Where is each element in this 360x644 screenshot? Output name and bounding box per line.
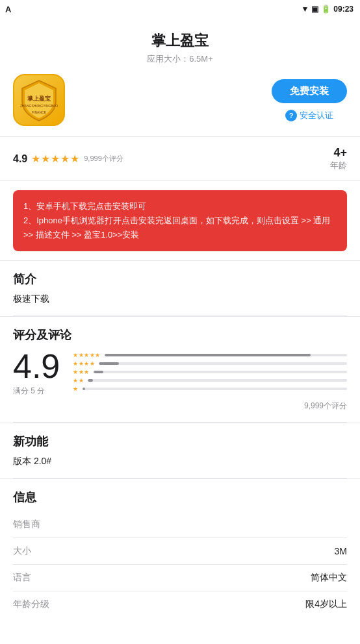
rating-row: 4.9 ★★★★★ 9,999个评分 4+ 年龄 (0, 137, 360, 181)
rating-bars: ★★★★★ ★★★★ ★★★ ★★ ★ (73, 352, 347, 394)
info-row-1: 大小 3M (13, 538, 347, 565)
status-app-indicator: A (5, 5, 11, 14)
ratings-content: 4.9 满分 5 分 ★★★★★ ★★★★ ★★★ ★★ (13, 349, 347, 397)
age-number: 4+ (330, 146, 347, 160)
notice-line1: 1、安卓手机下载完点击安装即可 (23, 199, 337, 214)
security-icon: ? (285, 110, 297, 121)
rating-bar-row: ★★★★★ (73, 352, 347, 358)
new-features-section: 新功能 版本 2.0# (0, 423, 360, 478)
info-label-1: 大小 (13, 545, 31, 557)
bar-track-1 (99, 362, 347, 365)
big-score: 4.9 (13, 349, 60, 383)
bar-stars-3: ★★ (73, 377, 84, 384)
main-content: 掌上盈宝 应用大小：6.5M+ 掌上盈宝 ZHANGSHANGYINGBAO F… (0, 18, 360, 644)
info-label-0: 销售商 (13, 519, 40, 530)
info-value-3: 限4岁以上 (305, 599, 347, 610)
svg-text:掌上盈宝: 掌上盈宝 (27, 95, 51, 102)
bar-stars-0: ★★★★★ (73, 352, 101, 358)
rating-left: 4.9 ★★★★★ 9,999个评分 (13, 153, 123, 165)
intro-section: 简介 极速下载 (0, 260, 360, 316)
bar-fill-0 (105, 354, 311, 356)
age-badge: 4+ 年龄 (330, 146, 347, 171)
svg-text:ZHANGSHANGYINGBAO: ZHANGSHANGYINGBAO (20, 104, 58, 108)
info-value-2: 简体中文 (311, 572, 347, 584)
rating-out-of: 满分 5 分 (13, 386, 60, 397)
info-row-2: 语言 简体中文 (13, 565, 347, 591)
ratings-section: 评分及评论 4.9 满分 5 分 ★★★★★ ★★★★ ★★★ ★★ (0, 316, 360, 422)
rating-bar-row: ★★ (73, 377, 347, 384)
bar-stars-1: ★★★★ (73, 360, 95, 367)
bar-fill-4 (83, 388, 85, 390)
battery-icon: 🔋 (321, 5, 331, 14)
app-title: 掌上盈宝 (151, 31, 209, 51)
stars-display: ★★★★★ (31, 153, 80, 165)
rating-bar-row: ★★★ (73, 369, 347, 375)
security-label: 安全认证 (300, 110, 333, 121)
new-features-text: 版本 2.0# (13, 456, 347, 467)
status-icons: ▼ ▣ 🔋 09:23 (301, 5, 354, 14)
age-sub-label: 年龄 (330, 160, 347, 170)
bar-track-2 (94, 371, 347, 373)
info-label-3: 年龄分级 (13, 599, 49, 610)
app-header: 掌上盈宝 应用大小：6.5M+ 掌上盈宝 ZHANGSHANGYINGBAO F… (0, 18, 360, 137)
signal-icon: ▼ (301, 5, 309, 14)
bar-fill-3 (88, 379, 93, 382)
bar-stars-4: ★ (73, 386, 79, 392)
shield-icon: 掌上盈宝 ZHANGSHANGYINGBAO FINANCE (16, 77, 62, 123)
bar-stars-2: ★★★ (73, 369, 90, 375)
bar-fill-1 (99, 362, 119, 365)
intro-title: 简介 (13, 271, 347, 287)
svg-text:FINANCE: FINANCE (32, 110, 47, 114)
intro-text: 极速下载 (13, 293, 347, 305)
wifi-icon: ▣ (311, 5, 318, 14)
ratings-footer: 9,999个评分 (13, 401, 347, 412)
new-features-title: 新功能 (13, 434, 347, 449)
rating-bar-row: ★ (73, 386, 347, 392)
rating-number: 4.9 (13, 153, 27, 165)
app-size: 应用大小：6.5M+ (147, 53, 213, 65)
security-badge: ? 安全认证 (285, 110, 333, 121)
info-label-2: 语言 (13, 572, 31, 584)
bar-track-3 (88, 379, 347, 382)
info-value-1: 3M (335, 546, 347, 556)
time-display: 09:23 (333, 5, 354, 14)
info-section: 信息 销售商 大小 3M 语言 简体中文 年龄分级 限4岁以上 (0, 478, 360, 628)
notice-box: 1、安卓手机下载完点击安装即可 2、Iphone手机浏览器打开点击安装完返回桌面… (13, 190, 347, 251)
big-score-area: 4.9 满分 5 分 (13, 349, 60, 397)
app-header-row: 掌上盈宝 ZHANGSHANGYINGBAO FINANCE 免费安装 ? 安全… (13, 74, 347, 126)
bar-track-0 (105, 354, 347, 356)
info-row-3: 年龄分级 限4岁以上 (13, 591, 347, 617)
info-title: 信息 (13, 489, 347, 505)
rating-bar-row: ★★★★ (73, 360, 347, 367)
info-row-0: 销售商 (13, 512, 347, 538)
bar-fill-2 (94, 371, 104, 373)
info-rows: 销售商 大小 3M 语言 简体中文 年龄分级 限4岁以上 (13, 512, 347, 617)
notice-line2: 2、Iphone手机浏览器打开点击安装完返回桌面，如下载完成，则点击设置 >> … (23, 214, 337, 242)
bar-track-4 (83, 388, 347, 390)
status-bar: A ▼ ▣ 🔋 09:23 (0, 0, 360, 18)
install-button[interactable]: 免费安装 (272, 79, 347, 103)
rating-count: 9,999个评分 (84, 154, 123, 164)
action-area: 免费安装 ? 安全认证 (272, 79, 347, 121)
ratings-title: 评分及评论 (13, 327, 347, 343)
app-icon: 掌上盈宝 ZHANGSHANGYINGBAO FINANCE (13, 74, 65, 126)
